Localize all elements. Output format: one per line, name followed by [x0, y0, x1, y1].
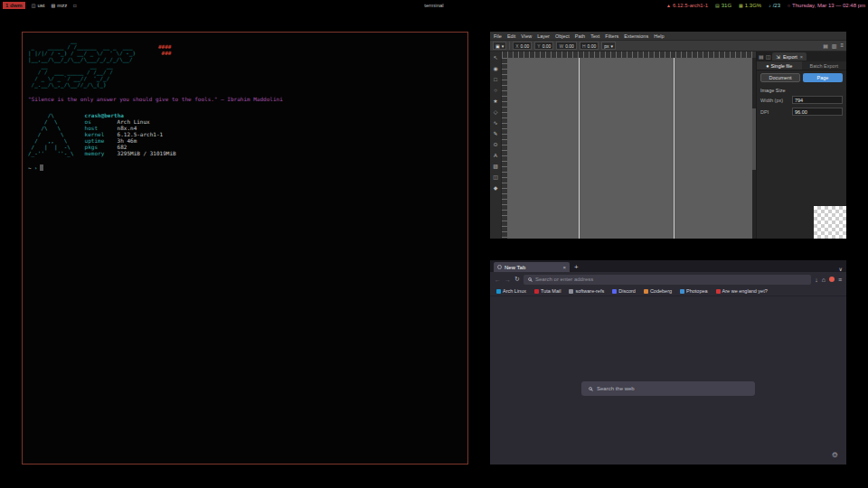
- pencil-tool[interactable]: ✎: [491, 128, 501, 138]
- arch-ascii-logo: /\ / \ /\ \ / \ / ,, \ / | | -\ /_-'' ''…: [28, 112, 74, 156]
- fetch-row-memory: memory3295MiB / 31019MiB: [85, 150, 176, 156]
- new-tab-button[interactable]: +: [574, 262, 579, 272]
- caret-down-icon: ▾: [502, 43, 505, 49]
- window-icon: □: [73, 3, 76, 8]
- selector-tool[interactable]: ↖: [491, 52, 501, 62]
- menu-layer[interactable]: Layer: [537, 33, 550, 39]
- paint-bucket-tool[interactable]: ◆: [491, 183, 501, 192]
- toolbar-menu-icon[interactable]: ≡: [840, 42, 844, 49]
- menu-help[interactable]: Help: [654, 33, 664, 39]
- address-input[interactable]: [535, 277, 807, 282]
- menu-filters[interactable]: Filters: [605, 33, 618, 39]
- personalize-gear-icon[interactable]: ⚙: [832, 451, 838, 459]
- horizontal-ruler[interactable]: [502, 52, 756, 58]
- scale-corners-icon[interactable]: ▥: [832, 42, 837, 49]
- bookmark-codeberg[interactable]: Codeberg: [644, 288, 672, 294]
- bookmark-are-we-england-yet[interactable]: Are we england yet?: [716, 288, 768, 294]
- inkscape-main: ↖ ◉ □ ○ ★ ◇ ∿ ✎ ⊙ A ▨ ◫ ◆: [490, 52, 846, 239]
- volume-icon: ♪: [769, 3, 771, 8]
- menu-edit[interactable]: Edit: [507, 33, 515, 39]
- canvas-scrollbar[interactable]: [752, 58, 756, 239]
- app-menu-button[interactable]: ≡: [838, 277, 842, 283]
- scale-stroke-icon[interactable]: ▤: [823, 42, 828, 49]
- x-field[interactable]: X0.00: [513, 42, 532, 50]
- width-field[interactable]: W0.00: [556, 42, 576, 50]
- forward-button[interactable]: →: [505, 277, 511, 283]
- rectangle-tool[interactable]: □: [491, 74, 501, 84]
- toolbar-separator: [509, 42, 510, 50]
- tab-bar: New Tab × + ∨: [490, 260, 846, 272]
- back-button[interactable]: ←: [495, 277, 501, 283]
- bar-item-empty[interactable]: □: [73, 3, 76, 8]
- star-tool[interactable]: ★: [491, 96, 501, 106]
- y-field[interactable]: Y0.00: [534, 42, 553, 50]
- bookmark-discord[interactable]: Discord: [612, 288, 636, 294]
- dock-icon-2[interactable]: ◫: [766, 53, 771, 60]
- search-icon: [528, 277, 532, 281]
- text-tool[interactable]: A: [491, 150, 501, 160]
- drawing-canvas[interactable]: [507, 58, 752, 239]
- close-tab-icon[interactable]: ×: [562, 265, 566, 270]
- close-panel-icon[interactable]: ×: [800, 54, 803, 60]
- web-search-box[interactable]: [581, 381, 755, 396]
- height-field[interactable]: H0.00: [580, 42, 599, 50]
- tool-options-toolbar: ▣▾ X0.00 Y0.00 W0.00 H0.00 px▾ ▤ ▥ ≡: [490, 40, 846, 52]
- memory-icon: ▦: [739, 3, 743, 8]
- bar-item-ust[interactable]: ◫ ust: [32, 3, 45, 8]
- gradient-tool[interactable]: ▨: [491, 161, 501, 171]
- home-button[interactable]: ⌂: [822, 277, 826, 283]
- fetch-row-pkgs: pkgs682: [85, 144, 176, 150]
- prompt-path: ~: [28, 164, 32, 171]
- scrollbar-thumb[interactable]: [752, 108, 756, 170]
- photopea-favicon-icon: [680, 289, 684, 294]
- downloads-button[interactable]: ↓: [815, 277, 818, 283]
- export-preview-checkerboard: [814, 206, 846, 239]
- list-tabs-chevron-icon[interactable]: ∨: [839, 266, 843, 272]
- document-button[interactable]: Document: [760, 73, 800, 82]
- box-tool[interactable]: ◇: [491, 107, 501, 117]
- dropper-tool[interactable]: ◫: [491, 172, 501, 182]
- bookmark-folder-software-refs[interactable]: software-refs: [569, 288, 604, 294]
- menu-path[interactable]: Path: [575, 33, 585, 39]
- bar-item-mzz[interactable]: ▨ mzz: [51, 3, 67, 8]
- export-panel: ▤ ◫ ⇲ Export × ●Single file Batch Export…: [756, 52, 846, 239]
- menu-object[interactable]: Object: [555, 33, 570, 39]
- reload-button[interactable]: ↻: [514, 276, 520, 283]
- ascii-art-accent: #### ###: [158, 43, 171, 56]
- address-bar[interactable]: [524, 275, 811, 285]
- dpi-label: DPI: [760, 109, 789, 115]
- workspace-tag[interactable]: 1 dwm: [3, 2, 25, 9]
- menu-text[interactable]: Text: [590, 33, 599, 39]
- ellipse-tool[interactable]: ○: [491, 85, 501, 95]
- spiral-tool[interactable]: ∿: [491, 117, 501, 127]
- menu-view[interactable]: View: [521, 33, 532, 39]
- user-host: crash@bertha: [85, 112, 176, 118]
- tab-batch-export[interactable]: Batch Export: [802, 61, 847, 70]
- fastfetch-block: /\ / \ /\ \ / \ / ,, \ / | | -\ /_-'' ''…: [28, 112, 462, 156]
- bookmark-photopea[interactable]: Photopea: [680, 288, 708, 294]
- dock-icon-1[interactable]: ▤: [759, 53, 764, 60]
- units-combo[interactable]: px▾: [601, 42, 616, 50]
- export-dpi-input[interactable]: 96.00: [792, 108, 843, 116]
- page-button[interactable]: Page: [803, 73, 843, 82]
- selection-mode-combo[interactable]: ▣▾: [493, 42, 506, 50]
- pen-tool[interactable]: ⊙: [491, 139, 501, 149]
- menu-file[interactable]: File: [494, 33, 502, 39]
- shell-prompt[interactable]: ~ ›: [28, 164, 462, 171]
- welcome-ascii-art: __ _ _____ / /______ __ _ ___ | |/|/ / -…: [28, 37, 462, 88]
- codeberg-favicon-icon: [644, 289, 648, 294]
- fetch-row-os: osArch Linux: [85, 118, 176, 125]
- terminal-window[interactable]: __ _ _____ / /______ __ _ ___ | |/|/ / -…: [22, 32, 468, 465]
- menu-extensions[interactable]: Extensions: [624, 33, 648, 39]
- tuta-favicon-icon: [534, 289, 539, 294]
- profile-avatar[interactable]: [829, 277, 835, 282]
- web-search-input[interactable]: [597, 386, 748, 391]
- export-width-input[interactable]: 794: [792, 96, 843, 104]
- globe-favicon-icon: [497, 265, 502, 269]
- tab-single-file[interactable]: ●Single file: [757, 61, 802, 70]
- node-tool[interactable]: ◉: [491, 63, 501, 73]
- tab-new-tab[interactable]: New Tab ×: [494, 262, 570, 272]
- bookmark-tuta-mail[interactable]: Tuta Mail: [534, 288, 561, 294]
- bookmark-arch-linux[interactable]: Arch Linux: [496, 288, 526, 294]
- export-tab[interactable]: ⇲ Export ×: [772, 52, 807, 61]
